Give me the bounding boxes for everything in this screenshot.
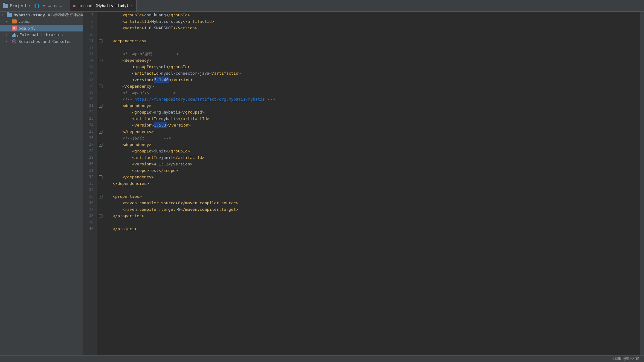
sidebar-pom-label: pom.xml bbox=[19, 26, 35, 31]
line-number: 32 bbox=[86, 174, 93, 180]
fold-button[interactable]: − bbox=[99, 104, 102, 108]
sidebar-item-mybatis-study[interactable]: ▾ Mybatis-study D:\学习笔记\狂神说Java\... bbox=[0, 12, 83, 18]
code-token: </ bbox=[159, 167, 164, 174]
code-token: </ bbox=[209, 70, 214, 77]
fold-gutter[interactable]: − bbox=[98, 143, 104, 147]
code-token bbox=[103, 102, 123, 109]
code-line: <groupId>com.kuang</groupId> bbox=[103, 12, 640, 18]
code-token: 8 bbox=[178, 206, 181, 213]
code-token bbox=[103, 206, 123, 213]
tab-close-icon[interactable]: ✕ bbox=[131, 4, 133, 8]
fold-button[interactable]: − bbox=[99, 39, 102, 43]
settings-icon[interactable]: ⚙ bbox=[54, 3, 56, 8]
code-line: <groupId>org.mybatis</groupId> bbox=[103, 109, 640, 115]
fold-gutter[interactable]: − bbox=[98, 85, 104, 88]
code-token: > bbox=[188, 148, 190, 154]
fold-button[interactable]: − bbox=[99, 59, 102, 62]
fold-button[interactable]: − bbox=[99, 214, 102, 218]
line-number: 14 bbox=[86, 57, 93, 64]
fold-gutter[interactable]: − bbox=[98, 214, 104, 218]
fold-button[interactable]: − bbox=[99, 195, 102, 198]
fold-gutter[interactable]: − bbox=[98, 175, 104, 179]
sidebar-item-scratches-and-consoles[interactable]: ▸ Scratches and Consoles bbox=[0, 38, 83, 45]
fold-button[interactable]: − bbox=[99, 143, 102, 147]
structure-icon[interactable]: ≡ bbox=[43, 3, 45, 8]
code-area[interactable]: <groupId>com.kuang</groupId> <artifactId… bbox=[97, 12, 640, 355]
code-token: > bbox=[159, 70, 161, 77]
fold-button[interactable]: − bbox=[99, 130, 102, 134]
code-token bbox=[103, 115, 132, 122]
code-token: mysql bbox=[154, 64, 166, 70]
code-token: < bbox=[113, 193, 115, 200]
code-token: groupId bbox=[171, 12, 188, 18]
globe-icon[interactable]: 🌐 bbox=[34, 3, 39, 8]
code-token: groupId bbox=[135, 148, 152, 154]
fold-gutter[interactable]: − bbox=[98, 39, 104, 43]
code-token: artifactId bbox=[135, 154, 159, 161]
code-token: com.kuang bbox=[144, 12, 166, 18]
code-token: mybatis bbox=[161, 115, 178, 122]
code-token: project bbox=[118, 226, 135, 232]
tab-label: pom.xml (Mybatis-study) bbox=[77, 4, 129, 8]
fold-button[interactable]: − bbox=[99, 85, 102, 88]
code-token bbox=[103, 226, 113, 232]
code-token: 3.5.3 bbox=[154, 122, 166, 128]
sync-icon[interactable]: ⇌ bbox=[48, 3, 51, 8]
code-token: > bbox=[149, 102, 152, 109]
code-token: maven.compiler.target bbox=[185, 206, 236, 213]
chevron-right-scratch-icon: ▸ bbox=[6, 40, 10, 43]
code-token: </ bbox=[180, 206, 185, 213]
code-line: <version>1.0-SNAPSHOT</version> bbox=[103, 25, 640, 31]
sidebar: ▾ Mybatis-study D:\学习笔记\狂神说Java\... ▸ .i… bbox=[0, 12, 83, 355]
code-line: − <properties> bbox=[103, 193, 640, 200]
code-token: version bbox=[174, 77, 191, 83]
code-token: > bbox=[238, 70, 241, 77]
line-number: 39 bbox=[86, 219, 93, 226]
code-token: > bbox=[202, 109, 205, 115]
sidebar-ext-libraries-label: External Libraries bbox=[19, 32, 63, 37]
code-token: > bbox=[159, 115, 161, 122]
code-token: </ bbox=[168, 161, 173, 167]
code-token: > bbox=[212, 18, 214, 25]
sidebar-item-idea[interactable]: ▸ .idea bbox=[0, 18, 83, 25]
code-token: properties bbox=[115, 193, 139, 200]
code-token: <!--mysql驱动 --> bbox=[123, 51, 179, 57]
minimize-icon[interactable]: — bbox=[60, 3, 62, 8]
editor-content[interactable]: 7891011121314151617181920212223242526272… bbox=[83, 12, 644, 355]
code-line: <!--mysql驱动 --> bbox=[103, 51, 640, 57]
code-token: dependency bbox=[127, 83, 151, 89]
code-token bbox=[103, 180, 113, 187]
sidebar-item-pom-xml[interactable]: m pom.xml bbox=[0, 25, 83, 31]
sidebar-root-label: Mybatis-study bbox=[14, 13, 45, 17]
sidebar-item-external-libraries[interactable]: ▸ External Libraries bbox=[0, 31, 83, 38]
code-token: </ bbox=[173, 25, 178, 31]
fold-gutter[interactable]: − bbox=[98, 195, 104, 198]
code-token bbox=[103, 135, 123, 141]
line-number: 26 bbox=[86, 135, 93, 141]
code-token: </ bbox=[166, 12, 171, 18]
code-token: > bbox=[152, 64, 154, 70]
tab-bar: m pom.xml (Mybatis-study) ✕ bbox=[70, 0, 137, 11]
code-line: − </dependency> bbox=[103, 128, 640, 135]
code-token: artifactId bbox=[135, 115, 159, 122]
code-token: version bbox=[171, 122, 188, 128]
code-token: </ bbox=[113, 180, 118, 187]
code-token: dependencies bbox=[115, 38, 144, 44]
code-token: version bbox=[135, 122, 152, 128]
code-token: < bbox=[123, 206, 125, 213]
code-token: < bbox=[132, 161, 135, 167]
fold-gutter[interactable]: − bbox=[98, 130, 104, 134]
code-token: > bbox=[152, 161, 154, 167]
code-token: > bbox=[176, 200, 178, 206]
code-token: > bbox=[188, 64, 190, 70]
line-number: 16 bbox=[86, 70, 93, 77]
code-token: </ bbox=[123, 128, 127, 135]
fold-gutter[interactable]: − bbox=[98, 104, 104, 108]
fold-gutter[interactable]: − bbox=[98, 59, 104, 62]
code-line: <maven.compiler.target>8</maven.compiler… bbox=[103, 206, 640, 213]
code-token: > bbox=[139, 193, 142, 200]
project-dropdown-icon[interactable]: ▾ bbox=[29, 4, 31, 7]
tab-pom-xml[interactable]: m pom.xml (Mybatis-study) ✕ bbox=[70, 0, 137, 11]
fold-button[interactable]: − bbox=[99, 175, 102, 179]
line-number: 37 bbox=[86, 206, 93, 213]
